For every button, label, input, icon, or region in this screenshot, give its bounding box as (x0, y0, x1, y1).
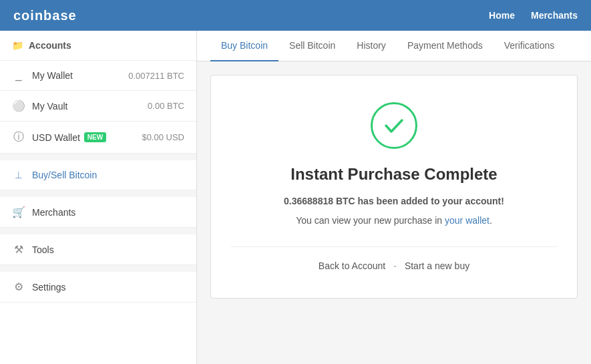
sidebar-item-usd-wallet[interactable]: ⓘ USD Wallet NEW $0.00 USD (0, 122, 196, 154)
layout: 📁 Accounts ⎯ My Wallet 0.007211 BTC ⚪ My… (0, 31, 591, 364)
arrows-icon: ⟂ (12, 169, 25, 181)
tab-sell-bitcoin[interactable]: Sell Bitcoin (278, 31, 346, 61)
sidebar-item-buy-sell[interactable]: ⟂ Buy/Sell Bitcoin (0, 160, 196, 190)
nav-links: Home Merchants (489, 10, 578, 21)
divider-2 (0, 190, 196, 197)
tab-history[interactable]: History (346, 31, 397, 61)
tab-payment-methods[interactable]: Payment Methods (397, 31, 494, 61)
wallet-label: My Wallet (32, 70, 73, 81)
view-desc-suffix: . (489, 215, 492, 226)
action-dot: - (393, 260, 397, 271)
accounts-header: 📁 Accounts (0, 31, 196, 61)
back-to-account-link[interactable]: Back to Account (319, 260, 385, 271)
logo: coinbase (13, 8, 77, 23)
sidebar-item-settings[interactable]: ⚙ Settings (0, 272, 196, 303)
checkmark-svg (381, 112, 407, 139)
sidebar-item-merchants[interactable]: 🛒 Merchants (0, 197, 196, 228)
tabs-bar: Buy Bitcoin Sell Bitcoin History Payment… (197, 31, 591, 61)
card-desc-2: You can view your new purchase in your w… (231, 214, 557, 228)
cart-icon: 🛒 (12, 206, 25, 218)
merchants-link[interactable]: Merchants (531, 10, 578, 21)
purchase-complete-card: Instant Purchase Complete 0.36688818 BTC… (210, 75, 578, 299)
sidebar: 📁 Accounts ⎯ My Wallet 0.007211 BTC ⚪ My… (0, 31, 197, 364)
usd-wallet-label: USD Wallet (32, 132, 80, 143)
home-link[interactable]: Home (489, 10, 515, 21)
vault-icon: ⚪ (12, 100, 25, 112)
accounts-label: Accounts (29, 40, 71, 51)
view-desc-prefix: You can view your new purchase in (296, 215, 445, 226)
card-desc-1: 0.36688818 BTC has been added to your ac… (231, 194, 557, 208)
main-content: Buy Bitcoin Sell Bitcoin History Payment… (197, 31, 591, 364)
top-nav: coinbase Home Merchants (0, 0, 591, 31)
card-actions: Back to Account - Start a new buy (231, 246, 557, 271)
tab-verifications[interactable]: Verifications (494, 31, 565, 61)
sidebar-item-tools[interactable]: ⚒ Tools (0, 234, 196, 265)
folder-icon: 📁 (12, 40, 23, 51)
content-area: Instant Purchase Complete 0.36688818 BTC… (197, 61, 591, 312)
wallet-icon: ⎯ (12, 69, 25, 81)
success-icon (371, 102, 417, 149)
start-new-buy-link[interactable]: Start a new buy (405, 260, 469, 271)
buy-sell-label: Buy/Sell Bitcoin (32, 170, 97, 180)
your-wallet-link[interactable]: your wallet (445, 215, 489, 226)
wallet-amount: 0.007211 BTC (128, 71, 184, 81)
divider-4 (0, 265, 196, 272)
vault-label: My Vault (32, 101, 67, 112)
tools-icon: ⚒ (12, 243, 25, 256)
usd-icon: ⓘ (12, 130, 25, 144)
usd-wallet-amount: $0.00 USD (142, 132, 184, 142)
tab-buy-bitcoin[interactable]: Buy Bitcoin (210, 31, 278, 61)
vault-amount: 0.00 BTC (148, 101, 184, 111)
divider-3 (0, 228, 196, 234)
settings-label: Settings (32, 282, 66, 293)
usd-wallet-badge: NEW (84, 132, 106, 142)
sidebar-item-my-vault[interactable]: ⚪ My Vault 0.00 BTC (0, 91, 196, 122)
tools-label: Tools (32, 244, 54, 255)
card-title: Instant Purchase Complete (231, 165, 557, 184)
sidebar-item-my-wallet[interactable]: ⎯ My Wallet 0.007211 BTC (0, 61, 196, 91)
btc-amount-text: 0.36688818 BTC has been added to your ac… (284, 196, 504, 206)
gear-icon: ⚙ (12, 281, 25, 293)
merchants-label: Merchants (32, 207, 75, 218)
divider-1 (0, 154, 196, 160)
